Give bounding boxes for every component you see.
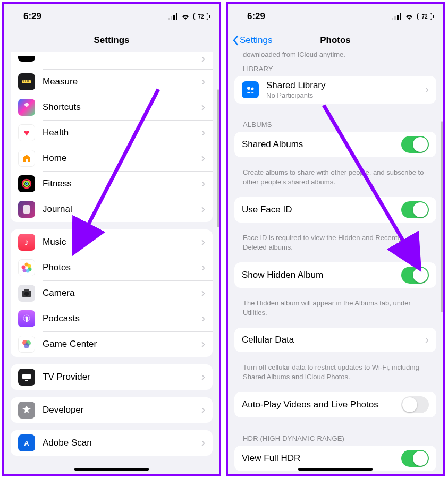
row-label: Fitness	[43, 178, 198, 189]
home-indicator[interactable]	[298, 468, 373, 471]
cellular-icon	[168, 13, 177, 20]
row-label: Shortcuts	[43, 102, 198, 113]
row-label: Home	[43, 153, 198, 164]
shared-albums-footer: Create albums to share with other people…	[228, 165, 443, 192]
row-label: TV Provider	[43, 372, 198, 382]
svg-rect-1	[171, 16, 172, 20]
chevron-icon: ›	[201, 403, 205, 417]
chevron-icon: ›	[201, 52, 205, 66]
svg-rect-33	[397, 15, 399, 20]
library-group: Shared Library No Participants ›	[234, 76, 436, 104]
section-title-hdr: HDR (HIGH DYNAMIC RANGE)	[228, 425, 443, 446]
photos-settings-screen: 6:29 72 Settings Photos downloaded from …	[226, 2, 445, 476]
settings-row-measure[interactable]: Measure ›	[11, 69, 213, 95]
battery-icon: 72	[417, 13, 432, 20]
fitness-icon	[18, 175, 35, 192]
settings-row-developer[interactable]: Developer ›	[11, 397, 213, 423]
camera-icon	[18, 285, 35, 302]
autoplay-toggle[interactable]	[401, 396, 429, 413]
scroll-indicator[interactable]	[217, 89, 219, 227]
use-faceid-row[interactable]: Use Face ID	[234, 197, 436, 223]
shared-albums-row[interactable]: Shared Albums	[234, 132, 436, 157]
status-bar: 6:29 72	[4, 4, 219, 29]
status-bar: 6:29 72	[228, 4, 443, 29]
row-label: Measure	[43, 76, 198, 87]
settings-row-journal[interactable]: Journal ›	[11, 197, 213, 222]
chevron-icon: ›	[201, 100, 205, 114]
row-label: Podcasts	[43, 313, 198, 324]
svg-point-19	[22, 266, 26, 269]
chevron-icon: ›	[201, 370, 205, 384]
svg-point-23	[26, 317, 28, 319]
show-hidden-album-row[interactable]: Show Hidden Album	[234, 262, 436, 288]
wifi-icon	[404, 13, 414, 20]
back-label: Settings	[240, 35, 272, 46]
chevron-icon: ›	[201, 151, 205, 165]
settings-row-shortcuts[interactable]: Shortcuts ›	[11, 95, 213, 120]
status-indicators: 72	[168, 13, 208, 20]
settings-group-1: › Measure › Shortcuts › ♥ Health › Home …	[11, 52, 213, 222]
chevron-icon: ›	[201, 235, 205, 249]
settings-row-gamecenter[interactable]: Game Center ›	[11, 331, 213, 357]
status-indicators: 72	[392, 13, 432, 20]
use-faceid-toggle[interactable]	[401, 201, 429, 218]
back-button[interactable]: Settings	[228, 35, 272, 46]
settings-group-4: Developer ›	[11, 397, 213, 423]
row-label: Use Face ID	[242, 204, 401, 215]
view-full-hdr-toggle[interactable]	[401, 450, 429, 467]
row-label: Shared Albums	[242, 139, 401, 150]
svg-rect-29	[25, 380, 28, 381]
nav-bar: Settings Photos	[228, 29, 443, 52]
cellular-group: Cellular Data ›	[234, 328, 436, 352]
nav-title: Settings	[4, 35, 219, 46]
photos-icon	[18, 259, 35, 276]
settings-row-photos[interactable]: Photos ›	[11, 255, 213, 280]
settings-row-fitness[interactable]: Fitness ›	[11, 171, 213, 197]
row-label: Game Center	[43, 339, 198, 349]
podcasts-icon	[18, 310, 35, 327]
shortcuts-icon	[18, 99, 35, 116]
settings-row-podcasts[interactable]: Podcasts ›	[11, 306, 213, 331]
autoplay-row[interactable]: Auto-Play Videos and Live Photos	[234, 392, 436, 417]
svg-point-27	[24, 343, 29, 348]
settings-row-home[interactable]: Home ›	[11, 146, 213, 171]
journal-icon	[18, 201, 35, 218]
battery-level: 72	[421, 14, 427, 20]
svg-point-18	[23, 269, 27, 272]
svg-rect-28	[22, 374, 31, 379]
chevron-icon: ›	[201, 286, 205, 300]
use-faceid-footer: Face ID is required to view the Hidden a…	[228, 230, 443, 257]
chevron-icon: ›	[201, 75, 205, 89]
wifi-icon	[181, 13, 190, 20]
chevron-icon: ›	[425, 83, 429, 97]
svg-rect-34	[400, 13, 401, 20]
settings-row-health[interactable]: ♥ Health ›	[11, 120, 213, 146]
row-label: Auto-Play Videos and Live Photos	[242, 399, 401, 410]
svg-point-11	[24, 181, 29, 186]
show-hidden-album-toggle[interactable]	[401, 267, 429, 284]
section-title-albums: ALBUMS	[228, 111, 443, 132]
shared-library-row[interactable]: Shared Library No Participants ›	[234, 76, 436, 104]
home-indicator[interactable]	[74, 468, 149, 471]
settings-row-wallet[interactable]: ›	[11, 52, 213, 69]
settings-row-music[interactable]: ♪ Music ›	[11, 229, 213, 255]
svg-point-17	[26, 269, 30, 273]
scroll-indicator[interactable]	[441, 121, 443, 312]
cellular-data-row[interactable]: Cellular Data ›	[234, 328, 436, 352]
settings-row-camera[interactable]: Camera ›	[11, 280, 213, 306]
svg-rect-4	[22, 80, 31, 83]
row-label: View Full HDR	[242, 453, 401, 464]
row-subtitle: No Participants	[266, 91, 422, 99]
cutoff-footer: downloaded from iCloud anytime.	[228, 52, 443, 58]
row-label: Developer	[43, 405, 198, 415]
battery-level: 72	[198, 14, 204, 20]
svg-point-36	[251, 88, 254, 90]
shared-albums-toggle[interactable]	[401, 136, 429, 153]
settings-row-tvprovider[interactable]: TV Provider ›	[11, 364, 213, 390]
settings-row-adobescan[interactable]: A Adobe Scan ›	[11, 430, 213, 456]
svg-rect-0	[168, 18, 170, 20]
music-icon: ♪	[18, 234, 35, 251]
developer-icon	[18, 402, 35, 419]
tvprovider-icon	[18, 369, 35, 386]
row-label: Cellular Data	[242, 335, 422, 345]
